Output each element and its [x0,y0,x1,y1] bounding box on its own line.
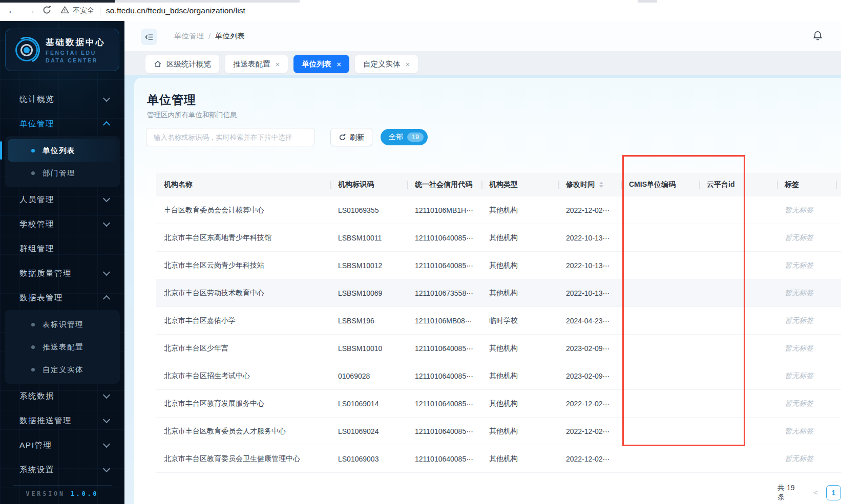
sidebar-nav: 统计概览 单位管理 单位列表 部门管理 人员管理 学校管理 群组管理 数据质量管… [0,87,124,482]
page-subtitle: 管理区内所有单位和部门信息 [147,111,237,120]
sidebar-item[interactable]: 统计概览 [0,87,124,112]
table-row[interactable]: 北京市丰台区教育委员会人才服务中心 LS01069024 12110106400… [156,418,841,445]
cell-credit-code: 1211010640085⋯ [407,335,481,362]
tab-unit-list[interactable]: 单位列表 × [293,55,349,73]
sidebar-item[interactable]: API管理 [0,433,124,457]
browser-reload-icon[interactable] [42,5,52,17]
column-header-org-name: 机构名称 [156,173,330,196]
browser-tabstrip [0,0,841,3]
pagination-prev-icon[interactable]: < [813,488,818,497]
table-row[interactable]: 北京市丰台区招生考试中心 01069028 1211010640085⋯ 其他机… [156,362,841,390]
close-icon[interactable]: × [276,60,280,68]
sidebar-subitem[interactable]: 部门管理 [8,162,117,184]
sidebar-item[interactable]: 单位管理 [0,112,124,136]
sidebar-item[interactable]: 数据表管理 [0,286,124,310]
tab-district-stats[interactable]: 区级统计概览 [145,55,219,73]
cell-org-type: 其他机构 [481,362,558,390]
sidebar-subitem-label: 表标识管理 [43,320,83,330]
bullet-icon [31,323,35,326]
sidebar-item[interactable]: 系统设置 [0,457,124,482]
sidebar-item[interactable]: 系统数据 [0,384,124,408]
table-row[interactable]: 北京市丰台区少年宫 LSBSM10010 1211010640085⋯ 其他机构… [156,335,841,362]
menu-fold-icon [145,33,154,41]
cell-org-type: 其他机构 [481,445,558,473]
close-icon[interactable]: × [406,60,410,68]
search-input[interactable] [146,128,315,146]
sidebar-item-label: 数据表管理 [19,293,63,303]
pagination-page-1-button[interactable]: 1 [826,485,841,500]
filter-all-button[interactable]: 全部 19 [381,129,428,145]
browser-back-icon[interactable]: ← [7,4,17,17]
close-icon[interactable]: × [337,60,341,68]
table-header-row: 机构名称 机构标识码 统一社会信用代码 机构类型 修改时间 CMIS单位编码 云… [156,173,841,196]
cell-cloud-id [699,252,777,279]
sidebar-item-label: 数据推送管理 [19,415,72,426]
browser-forward-icon[interactable]: → [26,4,36,17]
sort-icon[interactable] [599,182,603,188]
cell-org-name: 北京市丰台区劳动技术教育中心 [156,279,330,307]
table-row[interactable]: 北京市丰台区教育委员会卫生健康管理中心 LS01069003 121101064… [156,445,841,473]
cell-org-name: 丰台区教育委员会会计核算中心 [156,196,330,224]
cell-org-type: 其他机构 [481,252,558,279]
cell-org-code: 01069028 [330,362,407,390]
table-row[interactable]: 北京市丰台区云岗青少年科技站 LSBSM10012 1211010640085⋯… [156,252,841,279]
breadcrumb-parent[interactable]: 单位管理 [174,31,204,41]
pagination: 共 19 条 < 1 [777,485,841,500]
column-header-org-code: 机构标识码 [330,173,407,196]
table-row[interactable]: 北京市丰台区教育发展服务中心 LS01069014 1211010640085⋯… [156,390,841,418]
sidebar-item-label: 群组管理 [19,244,54,254]
cell-tag: 暂无标签 [777,196,841,224]
cell-modified-time: 2022-12-02⋯ [558,418,621,445]
sidebar-item-label: 系统设置 [19,465,54,475]
sidebar-item[interactable]: 学校管理 [0,212,124,236]
pagination-total: 共 19 条 [777,484,803,502]
table-row[interactable]: 丰台区教育委员会会计核算中心 LS01069355 12110106MB1H⋯ … [156,196,841,224]
cell-cloud-id [699,390,777,418]
sidebar-item[interactable]: 人员管理 [0,187,124,212]
open-tabs-bar: 区级统计概览 推送表配置 × 单位列表 × 自定义实体 × [124,51,841,75]
sidebar-subitem[interactable]: 表标识管理 [8,313,117,336]
sidebar-item[interactable]: 群组管理 [0,236,124,261]
page-header: 单位管理 / 单位列表 [124,21,841,52]
tab-push-table-config[interactable]: 推送表配置 × [225,55,288,73]
sidebar-subitem-label: 部门管理 [43,168,75,178]
cell-modified-time: 2023-02-09⋯ [558,362,621,390]
column-header-cloud-id: 云平台id [699,173,777,196]
address-bar[interactable]: 不安全 so.ftedu.cn/ftedu_bdsc/organization/… [60,4,245,17]
refresh-button[interactable]: 刷新 [330,128,372,146]
sidebar-subitem-label: 自定义实体 [43,365,83,375]
chevron-icon [103,95,110,102]
chevron-icon [103,195,110,202]
version-label: VERSION [26,490,65,497]
table-row[interactable]: 北京市丰台区劳动技术教育中心 LSBSM10069 1211010673558⋯… [156,279,841,307]
chevron-icon [103,391,110,399]
tab-custom-entity[interactable]: 自定义实体 × [355,55,418,73]
security-label: 不安全 [73,6,94,15]
browser-tabstrip-dark-segment [0,0,115,3]
url-divider [100,7,100,15]
not-secure-warning-icon [60,6,69,16]
cell-tag: 暂无标签 [777,390,841,418]
sidebar-subitem[interactable]: 自定义实体 [8,358,117,381]
sidebar-item[interactable]: 数据推送管理 [0,408,124,433]
table-row[interactable]: 北京市丰台区嘉佑小学 LSBSM196 12110106MB08⋯ 临时学校 2… [156,307,841,335]
table-row[interactable]: 北京市丰台区东高地青少年科技馆 LSBSM10011 1211010640085… [156,224,841,252]
tab-label: 单位列表 [302,59,331,69]
logo-icon [14,37,39,63]
chevron-icon [103,269,110,276]
filter-all-label: 全部 [389,133,403,142]
cell-cmis-code [621,307,699,335]
page-title: 单位管理 [147,92,196,108]
sidebar-subitem[interactable]: 单位列表 [8,139,117,162]
cell-modified-time: 2022-12-02⋯ [558,445,621,473]
sidebar-collapse-button[interactable] [141,29,157,45]
cell-credit-code: 1211010673558⋯ [407,279,481,307]
sidebar-item-label: 单位管理 [19,119,54,129]
app-subtitle-line1: FENGTAI EDU [46,50,106,56]
cell-tag: 暂无标签 [777,224,841,252]
tab-label: 区级统计概览 [166,59,211,69]
sidebar-item[interactable]: 数据质量管理 [0,261,124,286]
sidebar-subitem[interactable]: 推送表配置 [8,336,117,358]
notification-bell-icon[interactable] [813,31,823,43]
cell-modified-time: 2022-10-13⋯ [558,224,621,252]
